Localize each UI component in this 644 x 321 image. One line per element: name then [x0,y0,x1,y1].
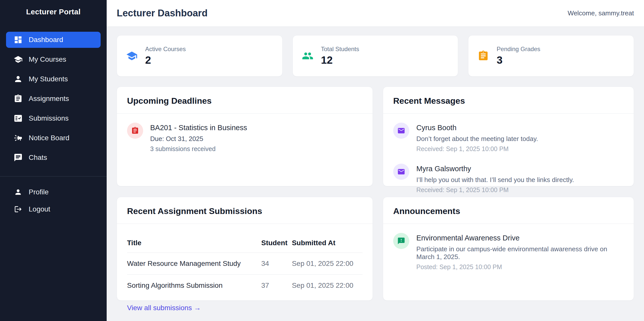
stat-card-total-students: Total Students 12 [293,35,458,77]
stats-row: Active Courses 2 Total Students 12 Pen [117,35,634,77]
clipboard-icon [14,94,23,103]
envelope-icon [393,164,409,180]
stat-label: Active Courses [145,46,186,53]
sidebar-nav: Dashboard My Courses My Students Assignm… [6,32,101,169]
message-sender: Myra Galsworthy [416,164,574,173]
message-text: Don’t forget about the meeting later tod… [416,135,538,143]
sidebar-item-label: Profile [29,188,49,196]
panel-header: Upcoming Deadlines [117,87,373,114]
table-row: Water Resource Management Study 34 Sep 0… [127,253,363,275]
panel-title: Upcoming Deadlines [127,96,363,106]
upcoming-deadlines-panel: Upcoming Deadlines BA201 - Statistics in… [117,87,373,186]
message-received: Received: Sep 1, 2025 10:00 PM [416,145,538,153]
sidebar-item-label: Notice Board [29,134,69,142]
sidebar-item-dashboard[interactable]: Dashboard [6,32,101,48]
sidebar-item-assignments[interactable]: Assignments [6,91,101,107]
panel-header: Recent Messages [383,87,634,114]
clipboard-icon [127,123,143,139]
sidebar-item-label: Logout [29,205,50,213]
deadline-course: BA201 - Statistics in Business [150,123,247,132]
announcement-item: Environmental Awareness Drive Participat… [393,233,624,271]
column-header-title: Title [127,235,261,253]
clipboard-icon [477,50,489,62]
stat-label: Total Students [321,46,359,53]
panel-body: BA201 - Statistics in Business Due: Oct … [117,114,373,162]
cell-submitted-at: Sep 01, 2025 22:00 [292,253,363,275]
panel-title: Recent Messages [393,96,624,106]
fact-check-icon [14,114,23,123]
deadline-item: BA201 - Statistics in Business Due: Oct … [127,123,363,153]
recent-submissions-panel: Recent Assignment Submissions Title Stud… [117,197,373,301]
sidebar-item-label: My Courses [29,55,66,63]
sidebar-footer-nav: Profile Logout [6,185,101,219]
announcement-bubble-icon [393,233,409,249]
sidebar: Lecturer Portal Dashboard My Courses My … [0,0,107,321]
portal-title: Lecturer Portal [6,8,101,16]
sidebar-item-my-courses[interactable]: My Courses [6,51,101,67]
stat-label: Pending Grades [497,46,540,53]
panel-header: Recent Assignment Submissions [117,197,373,224]
stat-value: 2 [145,54,186,66]
sidebar-item-label: Assignments [29,95,69,103]
panel-title: Announcements [393,206,624,216]
message-received: Received: Sep 1, 2025 10:00 PM [416,186,574,194]
megaphone-icon [14,133,23,142]
dashboard-icon [14,35,23,44]
message-text: I’ll help you out with that. I’ll send y… [416,176,574,184]
announcements-panel: Announcements Environmental Awareness Dr… [383,197,634,301]
cell-student: 34 [261,253,292,275]
recent-messages-panel: Recent Messages Cyrus Booth Don’t forget… [383,87,634,186]
dashboard-content: Active Courses 2 Total Students 12 Pen [107,27,644,311]
deadline-due: Due: Oct 31, 2025 [150,135,247,143]
announcement-text: Participate in our campus-wide environme… [416,245,624,261]
top-header: Lecturer Dashboard Welcome, sammy.treat [107,0,644,27]
main-area: Lecturer Dashboard Welcome, sammy.treat … [107,0,644,321]
sidebar-item-profile[interactable]: Profile [6,185,101,199]
panel-body: Cyrus Booth Don’t forget about the meeti… [383,114,634,203]
panel-body: Environmental Awareness Drive Participat… [383,224,634,280]
view-all-submissions-link[interactable]: View all submissions → [127,304,201,312]
sidebar-item-my-students[interactable]: My Students [6,71,101,87]
envelope-icon [393,123,409,139]
announcement-title: Environmental Awareness Drive [416,233,624,242]
sidebar-item-submissions[interactable]: Submissions [6,110,101,126]
panel-header: Announcements [383,197,634,224]
cell-title: Sorting Algorithms Submission [127,275,261,297]
panel-body: Title Student Submitted At Water Resourc… [117,224,373,321]
sidebar-item-notice-board[interactable]: Notice Board [6,130,101,146]
graduation-cap-icon [14,55,23,64]
logout-icon [14,205,23,214]
stat-value: 12 [321,54,359,66]
panel-row-2: Recent Assignment Submissions Title Stud… [117,197,634,301]
column-header-student: Student [261,235,292,253]
panel-title: Recent Assignment Submissions [127,206,363,216]
person-icon [14,188,23,197]
column-header-submitted-at: Submitted At [292,235,363,253]
people-group-icon [302,50,313,62]
stat-card-active-courses: Active Courses 2 [117,35,283,77]
sidebar-divider [0,176,107,176]
stat-card-pending-grades: Pending Grades 3 [468,35,634,77]
person-icon [14,75,23,84]
graduation-cap-icon [126,50,138,62]
table-row: Sorting Algorithms Submission 37 Sep 01,… [127,275,363,297]
message-sender: Cyrus Booth [416,123,538,132]
message-item: Myra Galsworthy I’ll help you out with t… [393,164,624,194]
panel-row-1: Upcoming Deadlines BA201 - Statistics in… [117,87,634,186]
deadline-submissions: 3 submissions received [150,145,247,153]
stat-value: 3 [497,54,540,66]
welcome-text: Welcome, sammy.treat [568,9,634,17]
cell-title: Water Resource Management Study [127,253,261,275]
sidebar-item-label: My Students [29,75,68,83]
submissions-table: Title Student Submitted At Water Resourc… [127,235,363,296]
chat-bubble-icon [14,153,23,162]
page-title: Lecturer Dashboard [117,8,208,19]
sidebar-item-label: Dashboard [29,36,63,44]
sidebar-item-label: Submissions [29,114,69,122]
announcement-posted: Posted: Sep 1, 2025 10:00 PM [416,263,624,271]
message-item: Cyrus Booth Don’t forget about the meeti… [393,123,624,153]
sidebar-item-logout[interactable]: Logout [6,202,101,216]
sidebar-item-chats[interactable]: Chats [6,150,101,166]
table-header-row: Title Student Submitted At [127,235,363,253]
cell-student: 37 [261,275,292,297]
